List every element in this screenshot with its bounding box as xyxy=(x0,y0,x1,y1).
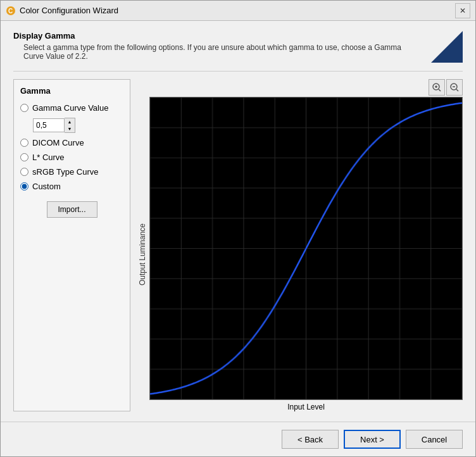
header-icon xyxy=(431,31,463,63)
radio-label-l-star-curve: L* Curve xyxy=(32,153,65,162)
radio-input-custom[interactable] xyxy=(20,182,28,191)
section-title: Display Gamma xyxy=(13,31,463,41)
chart-controls xyxy=(138,79,463,96)
zoom-out-icon xyxy=(449,82,460,92)
main-area: Gamma Gamma Curve Value ▲ ▼ xyxy=(13,79,463,411)
gamma-value-input[interactable] xyxy=(33,118,65,132)
radio-input-l-star-curve[interactable] xyxy=(20,153,28,161)
radio-label-dicom-curve: DICOM Curve xyxy=(32,138,84,147)
zoom-in-button[interactable] xyxy=(429,79,445,96)
spin-down-button[interactable]: ▼ xyxy=(65,125,75,132)
app-icon: C xyxy=(6,6,16,16)
radio-label-custom: Custom xyxy=(32,182,61,191)
zoom-out-button[interactable] xyxy=(446,79,463,96)
spin-row: ▲ ▼ xyxy=(33,118,123,133)
window: C Color Configuration Wizard ✕ Display G… xyxy=(0,0,476,457)
radio-input-srgb-type-curve[interactable] xyxy=(20,168,28,176)
chart-outer: Output Luminance Input Level xyxy=(138,97,463,411)
y-axis-label: Output Luminance xyxy=(138,223,147,285)
import-button[interactable]: Import... xyxy=(47,201,97,218)
chart-wrapper xyxy=(149,97,463,400)
radio-dicom-curve[interactable]: DICOM Curve xyxy=(20,138,123,147)
svg-line-6 xyxy=(439,89,441,91)
x-axis-label: Input Level xyxy=(149,403,463,411)
radio-input-dicom-curve[interactable] xyxy=(20,139,28,147)
gamma-chart xyxy=(150,97,462,399)
divider xyxy=(13,71,463,72)
cancel-button[interactable]: Cancel xyxy=(406,430,463,449)
spin-up-button[interactable]: ▲ xyxy=(65,118,75,125)
radio-label-srgb-type-curve: sRGB Type Curve xyxy=(32,167,99,177)
radio-custom[interactable]: Custom xyxy=(20,182,123,191)
footer: < Back Next > Cancel xyxy=(1,422,475,456)
main-content: Display Gamma Select a gamma type from t… xyxy=(1,21,475,422)
close-button[interactable]: ✕ xyxy=(455,3,470,18)
radio-l-star-curve[interactable]: L* Curve xyxy=(20,153,123,162)
radio-gamma-curve-value[interactable]: Gamma Curve Value xyxy=(20,103,123,113)
back-button[interactable]: < Back xyxy=(282,430,339,449)
radio-input-gamma-curve-value[interactable] xyxy=(20,104,28,112)
next-button[interactable]: Next > xyxy=(344,430,401,449)
header-area: Display Gamma Select a gamma type from t… xyxy=(13,31,463,71)
zoom-in-icon xyxy=(432,82,442,92)
gamma-label: Gamma xyxy=(20,86,123,96)
chart-inner: Output Luminance Input Level xyxy=(138,79,463,411)
spin-buttons: ▲ ▼ xyxy=(65,118,75,133)
svg-text:C: C xyxy=(8,8,13,15)
section-description: Select a gamma type from the following o… xyxy=(13,43,463,61)
gamma-panel: Gamma Gamma Curve Value ▲ ▼ xyxy=(13,79,130,411)
title-bar: C Color Configuration Wizard ✕ xyxy=(1,1,475,21)
svg-marker-2 xyxy=(431,31,463,63)
title-bar-left: C Color Configuration Wizard xyxy=(6,6,118,16)
svg-line-9 xyxy=(456,89,458,91)
window-title: Color Configuration Wizard xyxy=(20,6,118,15)
radio-label-gamma-curve-value: Gamma Curve Value xyxy=(32,103,108,113)
radio-srgb-type-curve[interactable]: sRGB Type Curve xyxy=(20,167,123,177)
